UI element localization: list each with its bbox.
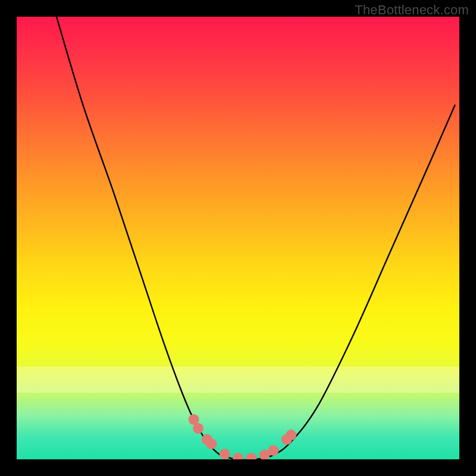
plot-area <box>17 17 459 459</box>
marker-dot <box>193 423 203 434</box>
marker-dot <box>286 430 296 440</box>
marker-dot <box>268 445 279 456</box>
curve-layer <box>17 17 459 459</box>
marker-dot <box>246 453 256 459</box>
chart-frame: TheBottleneck.com <box>0 0 476 476</box>
marker-group <box>189 414 297 459</box>
marker-dot <box>220 449 230 459</box>
marker-dot <box>233 453 243 459</box>
watermark-text: TheBottleneck.com <box>355 2 469 18</box>
bottleneck-curve <box>57 17 455 459</box>
marker-dot <box>206 439 217 449</box>
